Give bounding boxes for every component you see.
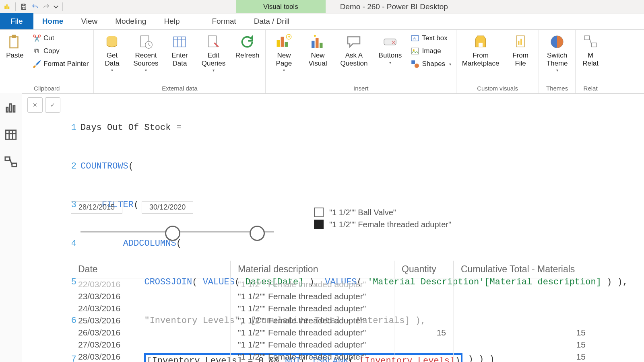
svg-rect-2 <box>8 6 9 9</box>
svg-rect-40 <box>10 104 11 112</box>
svg-rect-27 <box>412 48 419 54</box>
svg-rect-6 <box>12 35 16 38</box>
svg-rect-4 <box>23 7 25 9</box>
table-row[interactable]: 28/03/2016"1 1/2"" Female threaded adupt… <box>71 351 593 362</box>
recent-sources-button[interactable]: Recent Sources▾ <box>131 31 161 72</box>
get-data-button[interactable]: Get Data▾ <box>97 31 127 72</box>
textbox-button[interactable]: AText box <box>409 33 453 43</box>
new-visual-button[interactable]: ✦New Visual <box>303 31 332 67</box>
table-row[interactable]: 27/03/2016"1 1/2"" Female threaded adupt… <box>71 339 593 351</box>
undo-icon[interactable] <box>30 2 40 12</box>
svg-rect-37 <box>592 43 597 47</box>
new-page-button[interactable]: ✦New Page▾ <box>269 31 299 72</box>
svg-rect-46 <box>5 157 10 160</box>
tab-home[interactable]: Home <box>33 13 72 29</box>
new-page-icon: ✦ <box>276 34 292 50</box>
manage-relationships-button[interactable]: M Relat <box>579 31 602 67</box>
table-row[interactable]: 22/03/2016"1 1/2"" Female threaded adupt… <box>71 278 593 291</box>
legend-item-ball-valve[interactable]: "1 1/2"" Ball Valve" <box>314 208 451 217</box>
svg-text:A: A <box>413 36 416 40</box>
svg-text:✦: ✦ <box>313 34 317 39</box>
table-row[interactable]: 25/03/2016"1 1/2"" Female threaded adupt… <box>71 315 593 327</box>
group-relationships: M Relat Relat <box>576 30 605 93</box>
svg-rect-17 <box>285 42 288 47</box>
slicer-start-date[interactable]: 28/12/2015 <box>71 201 122 214</box>
svg-rect-42 <box>6 130 16 140</box>
svg-rect-16 <box>281 37 284 47</box>
switch-theme-button[interactable]: Switch Theme▾ <box>542 31 572 72</box>
date-slicer[interactable]: 28/12/2015 30/12/2020 <box>71 201 274 226</box>
table-row[interactable]: 24/03/2016"1 1/2"" Female threaded adupt… <box>71 302 593 315</box>
svg-rect-33 <box>518 41 520 45</box>
image-button[interactable]: Image <box>409 46 453 56</box>
save-icon[interactable] <box>19 2 29 12</box>
ask-question-button[interactable]: Ask A Question <box>336 31 371 67</box>
paste-button[interactable]: Paste <box>3 31 27 60</box>
format-painter-button[interactable]: 🖌️Format Painter <box>31 59 90 69</box>
get-data-icon <box>104 34 120 50</box>
svg-rect-14 <box>208 36 217 47</box>
chart-legend: "1 1/2"" Ball Valve" "1 1/2"" Female thr… <box>314 208 451 232</box>
tab-view[interactable]: View <box>72 13 106 29</box>
refresh-button[interactable]: Refresh <box>232 31 262 60</box>
buttons-button[interactable]: Buttons▾ <box>375 31 405 65</box>
tab-data-drill[interactable]: Data / Drill <box>245 13 299 29</box>
relationships-icon <box>582 34 599 50</box>
col-header-qty[interactable]: Quantity <box>394 261 454 278</box>
enter-data-button[interactable]: Enter Data <box>165 31 194 67</box>
cut-button[interactable]: ✂️Cut <box>31 33 90 43</box>
svg-rect-3 <box>23 4 25 6</box>
left-nav <box>0 93 22 362</box>
titlebar: Visual tools Demo - 260 - Power BI Deskt… <box>0 0 644 14</box>
svg-line-38 <box>590 38 592 45</box>
textbox-icon: A <box>411 34 419 43</box>
col-header-date[interactable]: Date <box>71 261 231 278</box>
slider-thumb-end[interactable] <box>250 226 265 241</box>
svg-rect-34 <box>520 39 522 45</box>
slider-thumb-start[interactable] <box>165 226 180 241</box>
col-header-cum[interactable]: Cumulative Total - Materials <box>454 261 593 278</box>
commit-formula-button[interactable]: ✓ <box>45 97 60 113</box>
svg-text:✦: ✦ <box>287 35 291 39</box>
from-file-button[interactable]: From File <box>506 31 535 67</box>
redo-icon[interactable] <box>41 2 51 12</box>
slicer-end-date[interactable]: 30/12/2020 <box>142 201 193 214</box>
app-icon <box>2 2 12 12</box>
tab-file[interactable]: File <box>0 13 33 29</box>
copy-button[interactable]: ⧉Copy <box>31 46 90 56</box>
group-custom-visuals: From Marketplace From File Custom visual… <box>456 30 539 93</box>
ribbon-tabs: File Home View Modeling Help Format Data… <box>0 14 644 30</box>
tab-format[interactable]: Format <box>203 13 245 29</box>
nav-data-icon[interactable] <box>4 128 18 142</box>
from-file-icon <box>512 34 528 50</box>
svg-rect-39 <box>6 107 8 112</box>
paste-icon <box>7 34 23 50</box>
shapes-button[interactable]: Shapes▾ <box>409 59 453 69</box>
table-row[interactable]: 26/03/2016"1 1/2"" Female threaded adupt… <box>71 327 593 339</box>
qat-dropdown-icon[interactable] <box>53 2 59 12</box>
svg-rect-1 <box>6 4 8 9</box>
cancel-formula-button[interactable]: ✕ <box>27 97 43 113</box>
tab-modeling[interactable]: Modeling <box>106 13 155 29</box>
image-icon <box>411 47 419 56</box>
svg-rect-29 <box>412 60 415 64</box>
col-header-desc[interactable]: Material description <box>231 261 394 278</box>
svg-rect-21 <box>316 38 319 48</box>
edit-queries-icon <box>205 34 221 50</box>
switch-theme-icon <box>549 34 565 50</box>
legend-item-female-adapter[interactable]: "1 1/2"" Female threaded adupter" <box>314 220 451 229</box>
recent-sources-icon <box>138 34 154 50</box>
nav-model-icon[interactable] <box>4 155 18 169</box>
svg-rect-0 <box>4 6 6 9</box>
svg-point-30 <box>415 64 419 68</box>
data-table[interactable]: Date Material description Quantity Cumul… <box>71 261 593 362</box>
tab-help[interactable]: Help <box>155 13 188 29</box>
group-themes: Switch Theme▾ Themes <box>539 30 576 93</box>
table-row[interactable]: 23/03/2016"1 1/2"" Female threaded adupt… <box>71 290 593 302</box>
nav-report-icon[interactable] <box>4 101 18 114</box>
ask-question-icon <box>346 34 362 50</box>
visual-tools-label: Visual tools <box>236 0 326 13</box>
edit-queries-button[interactable]: Edit Queries▾ <box>198 31 228 72</box>
from-marketplace-button[interactable]: From Marketplace <box>460 31 502 67</box>
svg-rect-10 <box>173 37 186 47</box>
